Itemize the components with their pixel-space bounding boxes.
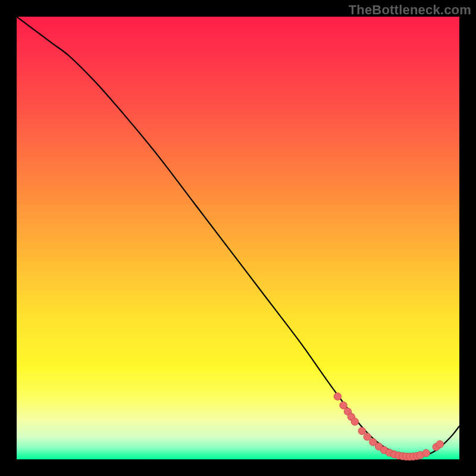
curve-marker	[351, 418, 358, 425]
curve-marker	[436, 441, 443, 448]
bottleneck-curve	[17, 17, 459, 457]
chart-frame: TheBottleneck.com	[0, 0, 476, 476]
curve-marker	[358, 427, 365, 434]
watermark-text: TheBottleneck.com	[349, 2, 471, 18]
curve-markers	[334, 393, 443, 461]
curve-marker	[364, 433, 371, 440]
curve-marker	[340, 402, 347, 409]
plot-area	[17, 17, 459, 459]
curve-marker	[334, 393, 341, 400]
chart-svg	[17, 17, 459, 459]
curve-marker	[422, 449, 430, 456]
